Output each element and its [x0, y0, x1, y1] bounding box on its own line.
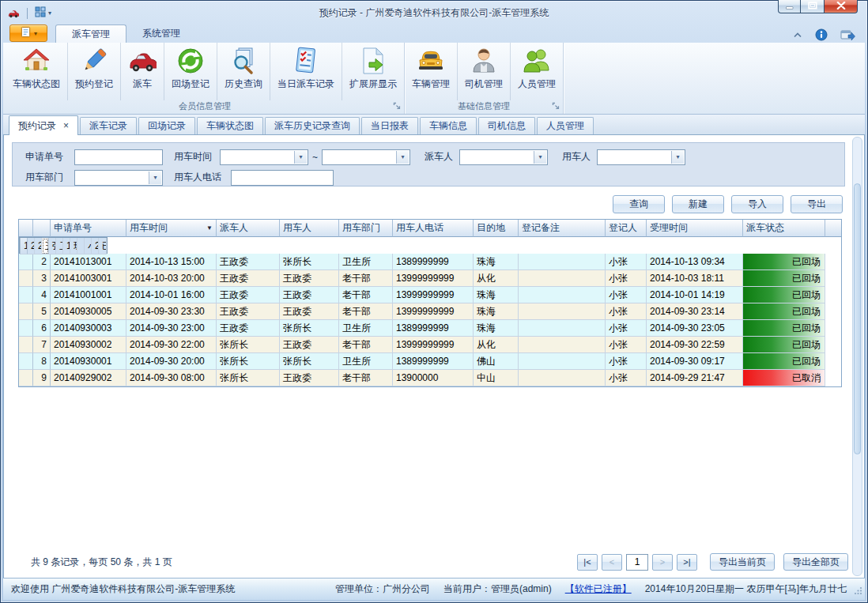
ribbon-button-car-red[interactable]: 派车 — [121, 43, 164, 100]
ribbon-tab[interactable]: 派车管理 — [55, 24, 126, 43]
cell-use_time[interactable]: 2014-09-30 20:00 — [126, 353, 217, 370]
cell-dept[interactable]: 老干部 — [339, 370, 393, 386]
cell-remark[interactable] — [519, 353, 606, 370]
ribbon-button-car-yellow[interactable]: 车辆管理 — [405, 43, 458, 100]
ribbon-button-screen-arrow[interactable]: 扩展屏显示 — [342, 43, 404, 100]
column-header-user[interactable]: 用车人 — [280, 220, 339, 237]
export-all-pages-button[interactable]: 导出全部页 — [783, 553, 848, 571]
cell-user[interactable]: 张所长 — [280, 254, 339, 270]
info-icon[interactable] — [815, 28, 828, 41]
table-row[interactable]: 3201410030012014-10-03 20:00王政委王政委老干部139… — [19, 270, 841, 287]
column-header-dest[interactable]: 目的地 — [474, 220, 519, 237]
doc-tab[interactable]: 车辆状态图 — [197, 117, 263, 134]
ribbon-button-recycle[interactable]: 回场登记 — [164, 43, 217, 100]
cell-dispatcher[interactable]: 王政委 — [42, 238, 49, 254]
application-menu-button[interactable]: ▾ — [9, 24, 47, 42]
cell-remark[interactable] — [519, 287, 606, 303]
cell-accept_time[interactable]: 2014-10-01 14:19 — [647, 287, 743, 303]
cell-dept[interactable]: 卫生所 — [339, 320, 393, 337]
cell-dispatcher[interactable]: 王政委 — [217, 287, 280, 303]
cell-phone[interactable]: 1389999999 — [393, 254, 474, 270]
cell-remark[interactable] — [519, 337, 606, 353]
table-row[interactable]: 4201410010012014-10-01 16:00王政委王政委老干部139… — [19, 287, 841, 303]
cell-remark[interactable] — [519, 370, 606, 386]
cell-accept_time[interactable]: 2014-10-03 18:11 — [647, 270, 743, 287]
cell-status[interactable]: 已回场 — [743, 353, 825, 370]
export-button[interactable]: 导出 — [791, 195, 843, 213]
cell-dest[interactable]: 佛山 — [474, 353, 519, 370]
cell-dispatcher[interactable]: 王政委 — [217, 254, 280, 270]
dept-select[interactable]: ▾ — [74, 170, 163, 186]
select-button[interactable]: ▾ — [671, 151, 684, 164]
ribbon-button-search-doc[interactable]: 历史查询 — [217, 43, 270, 100]
first-page-button[interactable]: |< — [577, 554, 598, 571]
cell-user[interactable]: 王政委 — [280, 370, 339, 386]
cell-accept_time[interactable]: 2014-09-30 22:59 — [647, 337, 743, 353]
table-row[interactable]: 7201409300022014-09-30 22:00张所长王政委老干部139… — [19, 337, 841, 353]
cell-accept_time[interactable]: 2014-09-30 23:05 — [647, 320, 743, 337]
column-header-dispatcher[interactable]: 派车人 — [217, 220, 280, 237]
maximize-button[interactable] — [801, 0, 824, 13]
cell-order_no[interactable]: 20140929002 — [51, 370, 126, 386]
cell-dest[interactable]: 珠海 — [474, 303, 519, 320]
cell-remark[interactable] — [519, 254, 606, 270]
cell-dispatcher[interactable]: 张所长 — [217, 337, 280, 353]
cell-order_no[interactable]: 20141003001 — [51, 270, 126, 287]
use-time-from-select[interactable]: ▾ — [220, 149, 308, 165]
close-button[interactable] — [824, 0, 858, 13]
dialog-launcher-icon[interactable] — [393, 102, 402, 111]
query-button[interactable]: 查询 — [613, 195, 665, 213]
cell-accept_time[interactable]: 2014-09-30 09:17 — [647, 353, 743, 370]
select-button[interactable]: ▾ — [534, 151, 546, 164]
app-icon[interactable] — [8, 8, 22, 19]
cell-status[interactable]: 已回场 — [743, 320, 825, 337]
cell-order_no[interactable]: 20141001001 — [51, 287, 126, 303]
select-button[interactable]: ▾ — [149, 171, 161, 184]
close-tab-icon[interactable]: × — [63, 120, 69, 131]
cell-status[interactable]: 已回场 — [743, 270, 825, 287]
cell-accept_time[interactable]: 2014-09-29 21:47 — [647, 370, 743, 386]
cell-order_no[interactable]: 20140930002 — [51, 337, 126, 353]
resize-grip-icon[interactable] — [854, 586, 862, 597]
prev-page-button[interactable]: < — [602, 554, 622, 571]
ribbon-button-checklist[interactable]: 当日派车记录 — [270, 43, 342, 100]
doc-tab[interactable]: 预约记录× — [9, 115, 78, 135]
ribbon-button-pencil[interactable]: 预约登记 — [68, 43, 121, 100]
cell-phone[interactable]: 1389999999 — [393, 353, 474, 370]
cell-use_time[interactable]: 2014-09-30 08:00 — [126, 370, 217, 386]
cell-user[interactable]: 张所长 — [280, 320, 339, 337]
cell-registrar[interactable]: 小张 — [606, 320, 647, 337]
cell-accept_time[interactable]: 2014-09-30 23:14 — [647, 303, 743, 320]
cell-status[interactable]: 已预约 — [99, 238, 107, 254]
column-header-registrar[interactable]: 登记人 — [606, 220, 647, 237]
doc-tab[interactable]: 车辆信息 — [420, 117, 477, 134]
cell-phone[interactable]: 13900000 — [393, 370, 474, 386]
cell-dept[interactable]: 卫生所 — [56, 238, 63, 254]
license-link[interactable]: 【软件已注册】 — [565, 582, 632, 596]
table-row[interactable]: 6201409300032014-09-30 23:00王政委张所长卫生所138… — [19, 320, 841, 337]
ribbon-button-house[interactable]: 车辆状态图 — [6, 43, 68, 100]
cell-registrar[interactable]: 小张 — [606, 287, 647, 303]
cell-registrar[interactable]: 小张 — [606, 270, 647, 287]
cell-order_no[interactable]: 20141013001 — [51, 254, 126, 270]
cell-dept[interactable]: 卫生所 — [339, 254, 393, 270]
cell-status[interactable]: 已回场 — [743, 337, 825, 353]
cell-registrar[interactable]: 小张 — [606, 337, 647, 353]
cell-registrar[interactable]: 小张 — [606, 254, 647, 270]
cell-dispatcher[interactable]: 王政委 — [217, 270, 280, 287]
cell-dest[interactable]: 从化 — [474, 337, 519, 353]
cell-order_no[interactable]: 20140930003 — [51, 320, 126, 337]
order-no-input[interactable] — [74, 149, 163, 165]
cell-user[interactable]: 王政委 — [280, 303, 339, 320]
cell-dest[interactable]: 珠海 — [70, 238, 77, 254]
column-header-status[interactable]: 派车状态 — [743, 220, 825, 237]
column-header-phone[interactable]: 用车人电话 — [393, 220, 474, 237]
cell-remark[interactable] — [519, 270, 606, 287]
cell-order_no[interactable]: 20140930005 — [51, 303, 126, 320]
cell-remark[interactable] — [519, 303, 606, 320]
phone-input[interactable] — [231, 170, 334, 186]
cell-registrar[interactable]: 小张 — [85, 238, 92, 254]
ribbon-button-people[interactable]: 人员管理 — [511, 43, 563, 100]
collapse-ribbon-icon[interactable] — [793, 32, 802, 38]
window-switch-icon[interactable] — [840, 28, 855, 41]
